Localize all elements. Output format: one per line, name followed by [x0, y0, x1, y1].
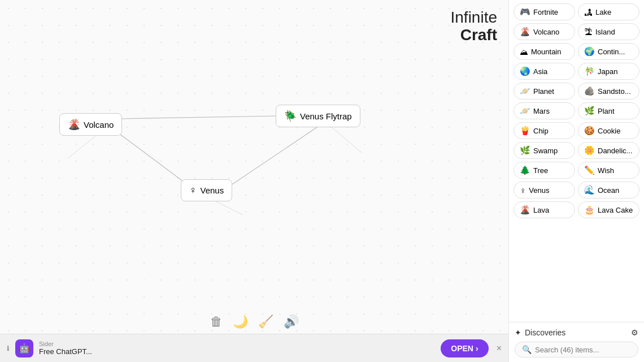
item-chip[interactable]: 🎂Lava Cake [578, 201, 639, 218]
right-panel: 🎮Fortnite🏞Lake🌋Volcano🏝Island⛰Mountain🌍C… [508, 0, 644, 362]
chip-label: Mars [533, 107, 550, 115]
canvas-card-venus-flytrap[interactable]: 🪲 Venus Flytrap [276, 105, 360, 127]
item-chip[interactable]: 🌋Lava [514, 201, 575, 218]
item-chip[interactable]: 🌲Tree [514, 162, 575, 179]
discoveries-button[interactable]: ✦ Discoveries ⚙ [515, 327, 638, 338]
ad-text: Free ChatGPT... [39, 347, 435, 356]
discoveries-icon: ✦ [515, 328, 521, 337]
items-list[interactable]: 🎮Fortnite🏞Lake🌋Volcano🏝Island⛰Mountain🌍C… [509, 0, 644, 322]
chip-emoji: 🪐 [520, 106, 530, 116]
delete-icon[interactable]: 🗑 [210, 314, 223, 329]
ad-brand-label: Sider [39, 341, 435, 347]
item-chip[interactable]: 🌏Asia [514, 63, 575, 80]
ad-close-button[interactable]: × [497, 343, 502, 354]
item-chip[interactable]: 🏞Lake [578, 3, 639, 20]
search-icon: 🔍 [522, 345, 532, 354]
canvas-card-venus[interactable]: ♀ Venus [181, 179, 232, 201]
bottom-toolbar: 🗑 🌙 🧹 🔊 [210, 314, 299, 329]
panel-bottom: ✦ Discoveries ⚙ 🔍 [509, 322, 644, 362]
chip-label: Fortnite [533, 8, 558, 16]
item-chip[interactable]: 🌍Contin... [578, 43, 639, 60]
chip-label: Lake [595, 8, 611, 16]
ad-info: Sider Free ChatGPT... [39, 341, 435, 356]
chip-emoji: 🌿 [520, 145, 530, 156]
item-chip[interactable]: ♀Venus [514, 182, 575, 199]
chip-emoji: 🌋 [520, 205, 530, 215]
chip-emoji: ♀ [520, 186, 526, 195]
chip-label: Chip [533, 127, 549, 135]
chip-emoji: 🌼 [584, 145, 595, 156]
chip-label: Dandelic... [598, 146, 632, 155]
chip-emoji: 🏞 [584, 7, 593, 17]
logo: Infinite Craft [451, 9, 498, 44]
venus-label: Venus [201, 186, 224, 195]
ad-open-button[interactable]: OPEN › [441, 339, 488, 357]
canvas-area[interactable]: Infinite Craft 🌋 Volcano 🪲 Venus Flytrap… [0, 0, 508, 362]
item-chip[interactable]: 🎋Japan [578, 63, 639, 80]
chip-emoji: ⛰ [520, 47, 528, 57]
sound-icon[interactable]: 🔊 [284, 314, 299, 329]
settings-icon[interactable]: ⚙ [631, 328, 638, 337]
item-chip[interactable]: 🌿Swamp [514, 142, 575, 159]
chip-emoji: 🌍 [584, 46, 595, 57]
item-chip[interactable]: 🎮Fortnite [514, 3, 575, 20]
chip-label: Swamp [533, 146, 558, 155]
item-chip[interactable]: 🌼Dandelic... [578, 142, 639, 159]
ad-info-icon[interactable]: ℹ [7, 344, 10, 352]
chip-label: Tree [533, 166, 548, 175]
chip-label: Planet [533, 87, 554, 96]
connection-lines [0, 0, 508, 362]
canvas-card-volcano[interactable]: 🌋 Volcano [59, 113, 122, 136]
chip-label: Japan [598, 67, 617, 76]
item-chip[interactable]: 🍪Cookie [578, 122, 639, 139]
venus-flytrap-emoji: 🪲 [284, 110, 297, 122]
logo-line1: Infinite [451, 9, 498, 27]
chip-emoji: 🎋 [584, 66, 595, 76]
chip-label: Plant [598, 107, 615, 115]
ad-bar: ℹ 🤖 Sider Free ChatGPT... OPEN › × [0, 334, 508, 362]
chip-emoji: 🪐 [520, 86, 530, 96]
item-chip[interactable]: ⛰Mountain [514, 43, 575, 60]
svg-line-1 [220, 122, 325, 192]
search-input[interactable] [535, 346, 631, 354]
chip-label: Ocean [598, 186, 619, 195]
chip-label: Asia [533, 67, 547, 76]
chip-emoji: 🍪 [584, 126, 595, 136]
venus-flytrap-label: Venus Flytrap [300, 111, 352, 121]
chip-emoji: 🌋 [520, 27, 530, 37]
chip-emoji: ✏️ [584, 165, 595, 175]
discoveries-label: Discoveries [525, 328, 565, 337]
item-chip[interactable]: 🪐Mars [514, 102, 575, 119]
item-chip[interactable]: ✏️Wish [578, 162, 639, 179]
chip-emoji: 🪨 [584, 86, 595, 96]
item-chip[interactable]: 🌊Ocean [578, 182, 639, 199]
volcano-emoji: 🌋 [68, 118, 80, 131]
chip-label: Volcano [533, 28, 559, 36]
item-chip[interactable]: 🍟Chip [514, 122, 575, 139]
item-chip[interactable]: 🌿Plant [578, 102, 639, 119]
chip-emoji: 🌏 [520, 66, 530, 76]
chip-emoji: 🎮 [520, 7, 530, 17]
chip-label: Cookie [598, 127, 620, 135]
item-chip[interactable]: 🏝Island [578, 23, 639, 40]
item-chip[interactable]: 🪨Sandsto... [578, 83, 639, 100]
logo-line2: Craft [451, 27, 498, 44]
chip-emoji: 🏝 [584, 27, 593, 37]
chip-label: Contin... [598, 48, 625, 56]
search-box[interactable]: 🔍 [515, 342, 638, 357]
moon-icon[interactable]: 🌙 [233, 314, 248, 329]
venus-emoji: ♀ [189, 184, 197, 196]
chip-label: Lava Cake [598, 206, 633, 214]
volcano-label: Volcano [84, 120, 114, 130]
chip-label: Mountain [531, 48, 561, 56]
item-chip[interactable]: 🪐Planet [514, 83, 575, 100]
chip-label: Venus [529, 186, 549, 195]
chip-label: Sandsto... [598, 87, 631, 96]
brush-icon[interactable]: 🧹 [258, 314, 273, 329]
chip-label: Island [595, 28, 615, 36]
chip-label: Wish [598, 166, 614, 175]
svg-line-2 [119, 116, 277, 119]
item-chip[interactable]: 🌋Volcano [514, 23, 575, 40]
chip-emoji: 🎂 [584, 205, 595, 215]
ad-brand-icon: 🤖 [15, 339, 33, 357]
